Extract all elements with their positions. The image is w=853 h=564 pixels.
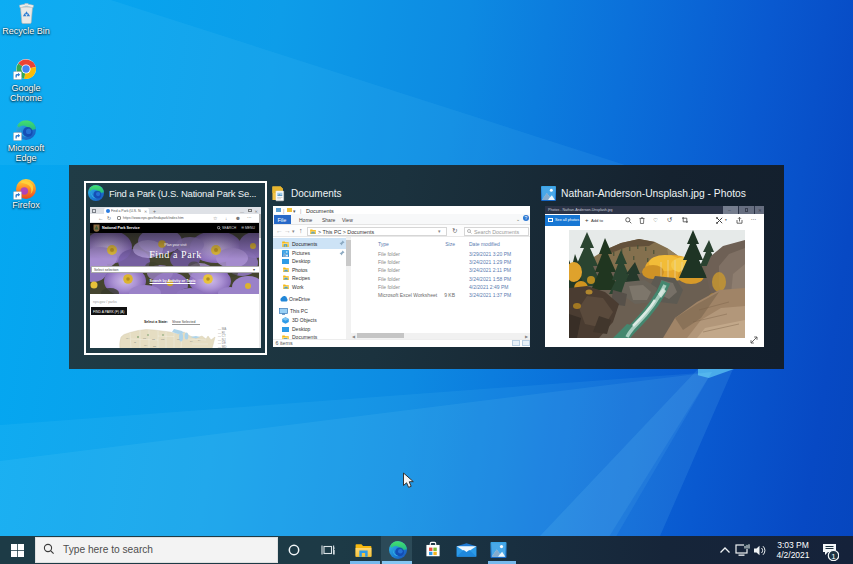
- svg-text:WI: WI: [177, 338, 180, 340]
- svg-text:WA: WA: [126, 337, 130, 339]
- svg-text:WY: WY: [144, 344, 148, 346]
- svg-text:MN: MN: [161, 338, 165, 340]
- svg-text:SD: SD: [153, 345, 156, 347]
- svg-text:NY: NY: [190, 340, 194, 342]
- svg-text:1: 1: [831, 552, 836, 561]
- svg-text:ND: ND: [152, 338, 156, 340]
